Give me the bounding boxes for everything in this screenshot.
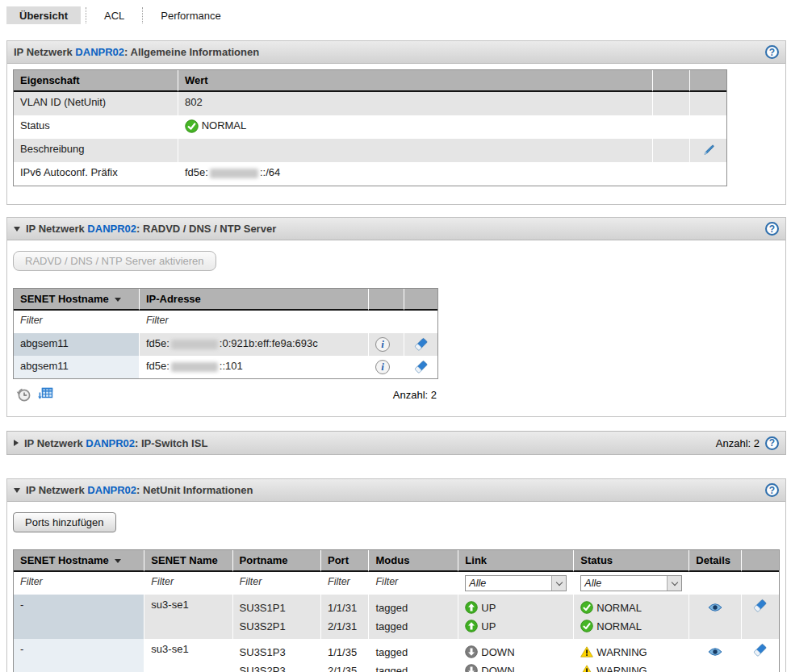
- redacted-text: [171, 362, 218, 372]
- column-header-eigenschaft[interactable]: Eigenschaft: [14, 70, 178, 92]
- column-header-ip-adresse[interactable]: IP-Adresse: [139, 289, 368, 311]
- senet-name-cell: su3-se1: [144, 639, 232, 672]
- panel-title-suffix: : Allgemeine Informationen: [124, 46, 259, 58]
- table-row: VLAN ID (NetUnit) 802: [14, 92, 726, 115]
- modus-filter-input[interactable]: [375, 576, 447, 587]
- column-header-empty: [652, 70, 689, 92]
- column-header-senet-hostname[interactable]: SENET Hostname: [14, 550, 144, 572]
- help-icon[interactable]: ?: [765, 436, 779, 450]
- tab-performance[interactable]: Performance: [148, 6, 233, 24]
- link-cell: UP UP: [458, 595, 573, 639]
- help-icon[interactable]: ?: [765, 45, 779, 59]
- eye-icon[interactable]: [708, 603, 722, 612]
- eraser-icon[interactable]: [414, 337, 428, 351]
- table-row: IPv6 Autoconf. Präfix fd5e:::/64: [14, 162, 726, 186]
- property-label: VLAN ID (NetUnit): [14, 92, 178, 115]
- tab-uebersicht[interactable]: Übersicht: [6, 6, 81, 24]
- ip-filter-input[interactable]: [146, 315, 243, 326]
- column-header-modus[interactable]: Modus: [368, 550, 458, 572]
- panel-title: IP Netzwerk DANPR02: RADVD / DNS / NTP S…: [26, 223, 276, 235]
- panel-radvd-header: IP Netzwerk DANPR02: RADVD / DNS / NTP S…: [7, 218, 785, 240]
- sort-desc-icon: [115, 559, 121, 563]
- help-icon[interactable]: ?: [765, 222, 779, 236]
- column-header-port[interactable]: Port: [320, 550, 368, 572]
- filter-row: Alle Alle: [14, 572, 779, 595]
- column-header-empty: [689, 70, 726, 92]
- hostname-filter-input[interactable]: [20, 315, 117, 326]
- column-header-senet-hostname[interactable]: SENET Hostname: [14, 289, 139, 311]
- port-filter-input[interactable]: [328, 576, 360, 587]
- select-dropdown-button[interactable]: [667, 576, 681, 591]
- action-cell: [741, 639, 779, 672]
- status-filter-select[interactable]: Alle: [580, 575, 682, 591]
- eraser-icon[interactable]: [414, 360, 428, 374]
- eraser-icon[interactable]: [753, 599, 767, 612]
- panel-title-prefix: IP Netzwerk: [26, 484, 87, 496]
- column-header-portname[interactable]: Portname: [232, 550, 320, 572]
- panel-netunit-info: IP Netzwerk DANPR02: NetUnit Information…: [6, 478, 786, 672]
- status-warning-icon: [580, 646, 593, 657]
- export-table-icon[interactable]: [37, 386, 55, 403]
- portname-cell: SU3S1P3 SU3S2P3: [232, 639, 320, 672]
- info-icon[interactable]: i: [375, 337, 390, 352]
- panel-title-prefix: IP Netzwerk: [14, 46, 75, 58]
- status-cell: NORMAL NORMAL: [573, 595, 688, 639]
- property-value: NORMAL: [178, 115, 652, 139]
- ip-prefix: fd5e:: [146, 337, 170, 349]
- edit-pencil-icon[interactable]: [702, 144, 715, 157]
- tab-acl[interactable]: ACL: [91, 6, 137, 24]
- eraser-icon[interactable]: [753, 643, 767, 657]
- property-label: Beschreibung: [14, 139, 178, 162]
- tab-separator: [86, 7, 86, 23]
- link-down-icon: [465, 645, 478, 658]
- ip-prefix: fd5e:: [146, 360, 170, 372]
- info-icon[interactable]: i: [375, 360, 390, 374]
- collapse-icon[interactable]: [14, 488, 20, 493]
- ip-suffix: ::101: [220, 360, 243, 372]
- help-icon[interactable]: ?: [765, 483, 779, 497]
- add-ports-button[interactable]: Ports hinzufügen: [13, 512, 116, 532]
- panel-title-suffix: : IP-Switch ISL: [135, 437, 207, 449]
- panel-title-prefix: IP Netzwerk: [26, 223, 87, 235]
- action-cell: [741, 595, 779, 639]
- network-link[interactable]: DANPR02: [86, 437, 135, 449]
- activate-radvd-button[interactable]: RADVD / DNS / NTP Server aktivieren: [13, 251, 216, 271]
- portname-filter-input[interactable]: [240, 576, 311, 587]
- link-down-icon: [465, 664, 478, 672]
- select-dropdown-button[interactable]: [551, 576, 566, 591]
- link-up-icon: [465, 620, 478, 632]
- details-cell: [688, 595, 741, 639]
- panel-netunit-header: IP Netzwerk DANPR02: NetUnit Information…: [7, 479, 785, 502]
- network-link[interactable]: DANPR02: [87, 484, 136, 496]
- panel-title-suffix: : RADVD / DNS / NTP Server: [136, 223, 276, 235]
- table-footer: Anzahl: 2: [13, 379, 438, 407]
- panel-ip-switch-isl: IP Netzwerk DANPR02: IP-Switch ISL Anzah…: [6, 431, 786, 455]
- column-header-wert[interactable]: Wert: [178, 70, 652, 92]
- history-icon[interactable]: [15, 386, 32, 403]
- expand-icon[interactable]: [14, 440, 19, 446]
- modus-cell: tagged tagged: [368, 595, 458, 639]
- eye-icon[interactable]: [708, 647, 722, 657]
- network-link[interactable]: DANPR02: [75, 46, 124, 58]
- panel-general-info: IP Netzwerk DANPR02: Allgemeine Informat…: [6, 40, 786, 205]
- row-count-label: Anzahl: 2: [716, 437, 760, 449]
- panel-title: IP Netzwerk DANPR02: NetUnit Information…: [26, 484, 253, 496]
- column-header-link[interactable]: Link: [458, 550, 573, 572]
- link-filter-select[interactable]: Alle: [465, 575, 567, 591]
- panel-title-suffix: : NetUnit Informationen: [136, 484, 253, 496]
- property-label: IPv6 Autoconf. Präfix: [14, 162, 178, 186]
- column-header-senet-name[interactable]: SENET Name: [144, 550, 232, 572]
- status-cell: WARNING WARNING: [573, 639, 688, 672]
- property-value: [178, 139, 652, 162]
- senet-name-filter-input[interactable]: [151, 576, 222, 587]
- hostname-cell: abgsem11: [14, 356, 139, 378]
- network-link[interactable]: DANPR02: [87, 223, 136, 235]
- column-header-details[interactable]: Details: [688, 550, 741, 572]
- tab-separator: [142, 7, 143, 23]
- column-header-status[interactable]: Status: [573, 550, 688, 572]
- redacted-text: [210, 169, 258, 178]
- hostname-filter-input[interactable]: [20, 576, 117, 587]
- panel-title-prefix: IP Netzwerk: [24, 437, 86, 449]
- collapse-icon[interactable]: [14, 227, 20, 232]
- column-header-empty: [741, 550, 779, 572]
